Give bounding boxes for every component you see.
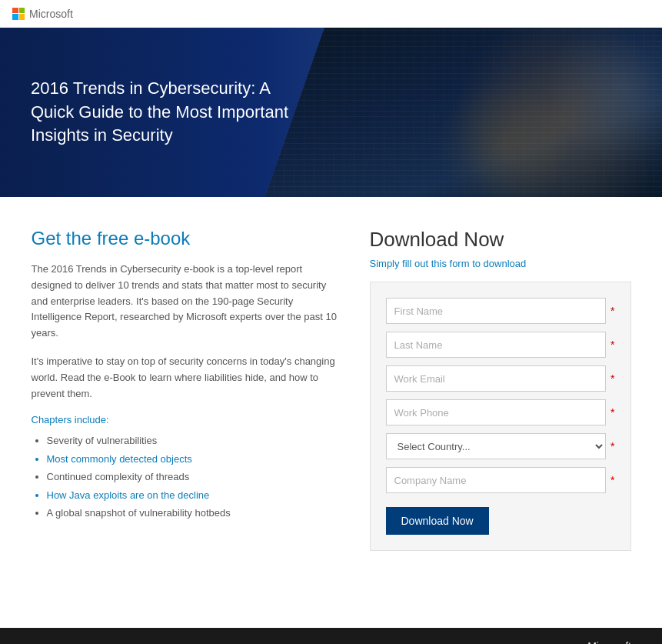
site-footer: Trademarks Privacy & Cookies Microsoft ©…: [0, 628, 662, 644]
chapters-list: Severity of vulnerabilities Most commonl…: [32, 432, 339, 522]
required-indicator: *: [610, 372, 614, 385]
country-select[interactable]: Select Country... United States United K…: [386, 433, 607, 459]
form-card: * * * * Select Country... United States …: [370, 282, 631, 551]
work-phone-row: *: [386, 399, 615, 425]
footer-brand-name: Microsoft: [567, 640, 631, 644]
form-subtitle: Simply fill out this form to download: [370, 258, 631, 269]
required-indicator: *: [610, 474, 614, 486]
chapters-label: Chapters include:: [32, 414, 339, 425]
hero-content: 2016 Trends in Cybersecurity: A Quick Gu…: [0, 77, 338, 148]
list-item: Most commonly detected objects: [47, 450, 339, 468]
list-item: Severity of vulnerabilities: [47, 432, 339, 449]
ebook-paragraph2: It's imperative to stay on top of securi…: [32, 354, 339, 402]
company-row: *: [386, 467, 615, 493]
ms-logo-text: Microsoft: [29, 8, 73, 20]
required-indicator: *: [610, 305, 614, 317]
ms-yellow-square: [19, 14, 25, 20]
main-content: Get the free e-book The 2016 Trends in C…: [1, 197, 662, 582]
ebook-section-title: Get the free e-book: [32, 228, 339, 249]
ms-blue-square: [12, 14, 18, 20]
required-indicator: *: [610, 406, 614, 419]
last-name-row: *: [386, 332, 615, 358]
first-name-input[interactable]: [386, 298, 607, 324]
hero-title: 2016 Trends in Cybersecurity: A Quick Gu…: [31, 77, 308, 148]
required-indicator: *: [610, 339, 614, 351]
work-phone-input[interactable]: [386, 399, 607, 425]
download-button[interactable]: Download Now: [386, 507, 489, 535]
form-title: Download Now: [370, 228, 631, 252]
hero-banner: 2016 Trends in Cybersecurity: A Quick Gu…: [0, 28, 662, 197]
ms-green-square: [19, 8, 25, 14]
work-email-row: *: [386, 365, 615, 392]
company-name-input[interactable]: [386, 467, 607, 493]
ebook-paragraph1: The 2016 Trends in Cybersecurity e-book …: [32, 262, 339, 342]
work-email-input[interactable]: [386, 365, 607, 392]
country-row: Select Country... United States United K…: [386, 433, 615, 459]
left-column: Get the free e-book The 2016 Trends in C…: [32, 228, 339, 551]
footer-brand: Microsoft © 2016 Microsoft: [567, 640, 631, 644]
list-item: How Java exploits are on the decline: [47, 486, 339, 504]
right-column: Download Now Simply fill out this form t…: [370, 228, 631, 551]
site-header: Microsoft: [0, 0, 662, 28]
microsoft-logo: Microsoft: [12, 8, 73, 20]
first-name-row: *: [386, 298, 615, 324]
last-name-input[interactable]: [386, 332, 607, 358]
ms-logo-grid: [12, 8, 25, 20]
ms-red-square: [12, 8, 18, 14]
required-indicator: *: [610, 440, 614, 452]
list-item: A global snapshot of vulnerability hotbe…: [47, 504, 339, 522]
list-item: Continued complexity of threads: [47, 468, 339, 486]
